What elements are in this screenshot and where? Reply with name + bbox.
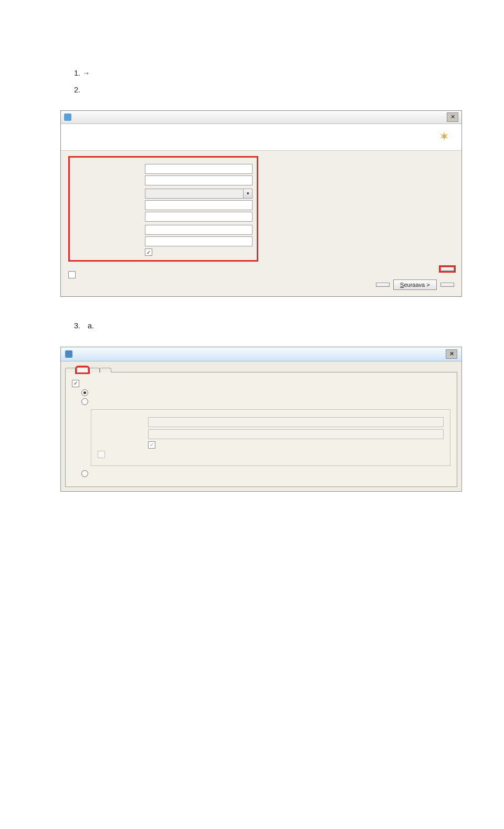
tab-general[interactable] bbox=[65, 368, 77, 372]
login-first-radio[interactable] bbox=[81, 470, 88, 477]
remember-password-checkbox[interactable]: ✓ bbox=[145, 248, 152, 256]
next-button[interactable]: Seuraava > bbox=[393, 279, 437, 290]
step-3a bbox=[96, 318, 462, 334]
chevron-down-icon[interactable]: ▾ bbox=[244, 189, 253, 199]
email-field[interactable] bbox=[145, 175, 253, 185]
section-heading bbox=[60, 40, 462, 54]
step-2 bbox=[82, 82, 462, 98]
login-info-radio[interactable] bbox=[81, 398, 88, 405]
tab-advanced[interactable] bbox=[100, 368, 111, 372]
spa-checkbox[interactable] bbox=[68, 271, 76, 278]
dialog-app-icon bbox=[65, 350, 72, 358]
incoming-server-field[interactable] bbox=[145, 200, 253, 210]
name-field[interactable] bbox=[145, 164, 253, 174]
tab-panel-outgoing: ✓ ✓ bbox=[65, 372, 457, 487]
back-button[interactable] bbox=[376, 283, 390, 287]
internet-mail-settings-dialog: ✕ ✓ bbox=[60, 347, 462, 492]
step-3 bbox=[82, 318, 462, 334]
star-cursor-icon: ✶ bbox=[437, 129, 451, 143]
tab-connection[interactable] bbox=[88, 368, 100, 372]
cancel-button[interactable] bbox=[440, 283, 454, 287]
close-icon[interactable]: ✕ bbox=[446, 349, 457, 359]
smtp-auth-checkbox[interactable]: ✓ bbox=[72, 380, 79, 387]
dialog-titlebar: ✕ bbox=[61, 111, 461, 124]
username-field[interactable] bbox=[145, 225, 253, 235]
highlighted-form-area: ▾ bbox=[68, 156, 258, 262]
close-icon[interactable]: ✕ bbox=[447, 112, 458, 122]
account-type-select[interactable] bbox=[145, 189, 244, 199]
d2-username-field[interactable] bbox=[148, 417, 444, 427]
password-field[interactable] bbox=[145, 236, 253, 246]
d2-remember-checkbox[interactable]: ✓ bbox=[148, 441, 155, 449]
d2-password-field[interactable] bbox=[148, 429, 444, 439]
tab-outgoing-server[interactable] bbox=[77, 367, 88, 372]
dialog-app-icon bbox=[64, 113, 71, 121]
step-1: → bbox=[82, 65, 462, 81]
more-settings-button[interactable] bbox=[440, 267, 454, 271]
same-settings-radio[interactable] bbox=[81, 389, 88, 396]
outgoing-server-field[interactable] bbox=[145, 212, 253, 222]
add-account-dialog: ✕ ✶ bbox=[60, 110, 462, 297]
d2-spa-checkbox[interactable] bbox=[98, 451, 105, 458]
